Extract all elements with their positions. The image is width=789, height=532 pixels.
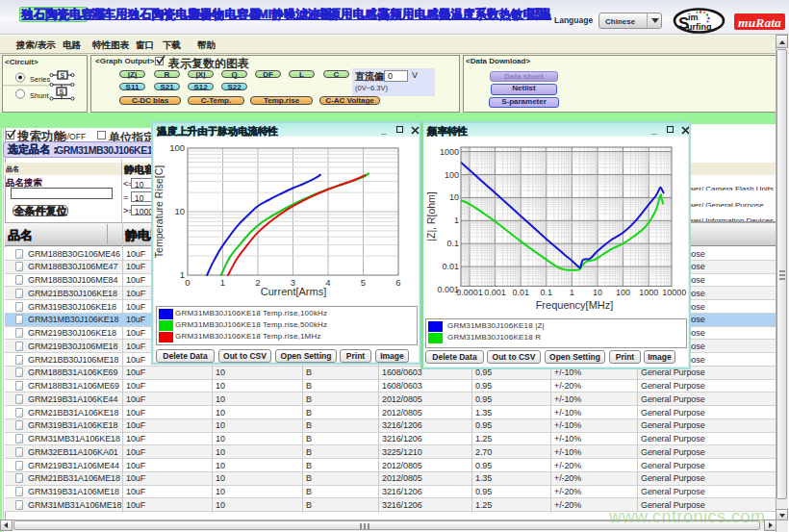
svg-text:im: im [688,13,699,22]
svg-text:S: S [61,72,65,79]
svg-text:0.0001: 0.0001 [456,288,483,297]
svg-text:0.01: 0.01 [442,262,459,271]
svg-text:S: S [60,89,64,95]
svg-text:0.1: 0.1 [541,288,553,297]
svg-text:10: 10 [593,288,602,297]
svg-text:10: 10 [174,206,185,216]
svg-text:|Z|, R[ohm]: |Z|, R[ohm] [425,191,437,241]
svg-text:0: 0 [185,277,190,288]
svg-text:1: 1 [220,277,225,288]
svg-text:100: 100 [169,142,185,153]
svg-text:10000: 10000 [662,288,686,297]
svg-text:100: 100 [445,170,459,180]
svg-text:1000: 1000 [639,288,658,297]
svg-text:S: S [678,14,689,33]
svg-text:Temperature Rise[C]: Temperature Rise[C] [153,165,165,258]
svg-text:1: 1 [570,288,574,297]
svg-text:0.001: 0.001 [484,288,506,297]
svg-text:6: 6 [395,277,400,288]
svg-text:urfing: urfing [687,22,712,32]
svg-text:1: 1 [180,269,185,280]
svg-text:100: 100 [616,288,630,297]
svg-text:Current[Arms]: Current[Arms] [261,286,326,297]
svg-text:1000: 1000 [440,147,459,157]
svg-text:1: 1 [454,215,459,225]
svg-text:5: 5 [361,277,366,288]
svg-text:0.1: 0.1 [446,239,459,248]
svg-text:Frequency[MHz]: Frequency[MHz] [536,299,614,311]
svg-text:0.01: 0.01 [512,288,529,297]
svg-text:10: 10 [449,192,459,202]
